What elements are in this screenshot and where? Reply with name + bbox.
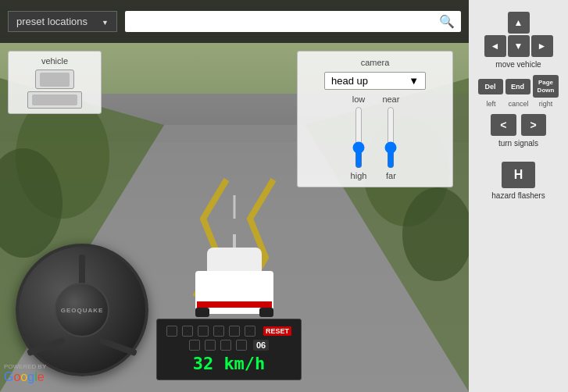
car-body [195, 271, 273, 314]
distance-far-label: far [386, 171, 396, 180]
wheel-hub: GEOQUAKE [55, 283, 109, 337]
g-letter-g2: g [27, 370, 34, 383]
camera-panel: camera head up ▼ low high near far [297, 51, 453, 187]
hazard-flashers-label: hazard flashers [491, 191, 545, 200]
top-bar: preset locations 🔍 [0, 0, 469, 43]
vehicle-view [13, 69, 96, 109]
speed-dot-3 [198, 326, 209, 337]
vehicle-car [191, 236, 277, 314]
dpad-empty-tr [531, 12, 553, 34]
right-key-label: right [534, 100, 559, 108]
dpad: ▲ ◄ ▼ ► [484, 12, 553, 57]
app: preset locations 🔍 vehicle camera head u… [0, 0, 568, 392]
powered-by-label: POWERED BY [4, 363, 46, 370]
key-controls-section: Del End PageDown left cancel right [478, 75, 559, 108]
key-row: Del End PageDown [478, 75, 559, 98]
search-bar: 🔍 [125, 11, 461, 32]
reset-button[interactable]: RESET [263, 326, 291, 336]
move-vehicle-label: move vehicle [495, 60, 541, 69]
vehicle-panel: vehicle [8, 51, 102, 114]
dpad-right-button[interactable]: ► [531, 35, 553, 57]
move-vehicle-section: ▲ ◄ ▼ ► move vehicle [484, 12, 553, 69]
speed-dot-5 [229, 326, 240, 337]
pgdn-button[interactable]: PageDown [533, 75, 559, 98]
height-low-label: low [352, 94, 366, 104]
slider-container: low high near far [351, 94, 400, 180]
speed-dot-6 [245, 326, 255, 337]
vehicle-side-view [27, 91, 82, 109]
car-wheel-left [195, 308, 209, 317]
camera-dropdown-arrow: ▼ [409, 75, 419, 87]
speed-dot-2 [182, 326, 193, 337]
dpad-left-button[interactable]: ◄ [484, 35, 506, 57]
hazard-section: H hazard flashers [491, 162, 545, 200]
key-labels: left cancel right [479, 100, 559, 108]
g-letter-o2: o [20, 370, 27, 383]
speed-display: 32 km/h [193, 354, 266, 373]
height-high-label: high [351, 171, 367, 180]
camera-mode-dropdown[interactable]: head up ▼ [324, 72, 426, 90]
wheel-spoke-right [98, 337, 138, 357]
cancel-key-label: cancel [506, 100, 531, 108]
wheel-outer: GEOQUAKE [16, 244, 148, 376]
end-button[interactable]: End [505, 79, 530, 94]
camera-panel-title: camera [304, 58, 446, 67]
preset-locations-dropdown[interactable]: preset locations [8, 11, 117, 32]
counter-dot-3 [220, 340, 231, 351]
google-text: Google [4, 370, 45, 384]
preset-locations-label: preset locations [16, 16, 88, 27]
speed-panel: RESET 06 32 km/h [156, 319, 302, 380]
turn-left-button[interactable]: < [491, 114, 516, 136]
speed-dots-top-row: RESET [166, 326, 291, 337]
turn-right-button[interactable]: > [521, 114, 546, 136]
counter-value: 06 [253, 340, 269, 351]
car-stripe [197, 301, 272, 308]
vehicle-side-body [32, 94, 77, 105]
google-logo: POWERED BY Google [4, 363, 46, 384]
vehicle-panel-title: vehicle [13, 56, 96, 66]
g-letter-e: e [38, 370, 45, 383]
search-input[interactable] [131, 16, 439, 28]
wheel-spoke-left [27, 337, 66, 357]
left-key-label: left [479, 100, 504, 108]
search-button[interactable]: 🔍 [439, 14, 455, 29]
counter-dot-4 [236, 340, 247, 351]
chevron-down-icon [98, 16, 109, 27]
height-slider-group: low high [351, 94, 367, 180]
g-letter-g: G [4, 370, 13, 383]
speed-dot-4 [213, 326, 224, 337]
height-slider[interactable] [351, 106, 366, 169]
distance-slider[interactable] [383, 106, 398, 169]
counter-dot-1 [189, 340, 200, 351]
wheel-logo: GEOQUAKE [61, 307, 104, 314]
distance-slider-group: near far [382, 94, 399, 180]
speed-dot-1 [166, 326, 177, 337]
camera-controls: head up ▼ low high near far [304, 72, 446, 180]
dpad-down-button[interactable]: ▼ [508, 35, 530, 57]
right-controls-panel: ▲ ◄ ▼ ► move vehicle Del End PageDown le… [469, 0, 568, 392]
turn-signals-section: < > turn signals [491, 114, 545, 148]
counter-dot-2 [205, 340, 216, 351]
dpad-empty-tl [484, 12, 506, 34]
dpad-up-button[interactable]: ▲ [508, 12, 530, 34]
car-wheel-right [259, 308, 273, 317]
vehicle-top-body [40, 73, 70, 87]
signal-row: < > [491, 114, 545, 136]
steering-wheel: GEOQUAKE [16, 244, 148, 376]
distance-near-label: near [382, 94, 399, 104]
del-button[interactable]: Del [478, 79, 503, 94]
turn-signals-label: turn signals [498, 139, 538, 148]
hazard-button[interactable]: H [502, 162, 536, 188]
camera-mode-label: head up [331, 75, 368, 87]
vehicle-top-view [35, 69, 74, 89]
speed-dots-bottom-row: 06 [189, 340, 269, 351]
